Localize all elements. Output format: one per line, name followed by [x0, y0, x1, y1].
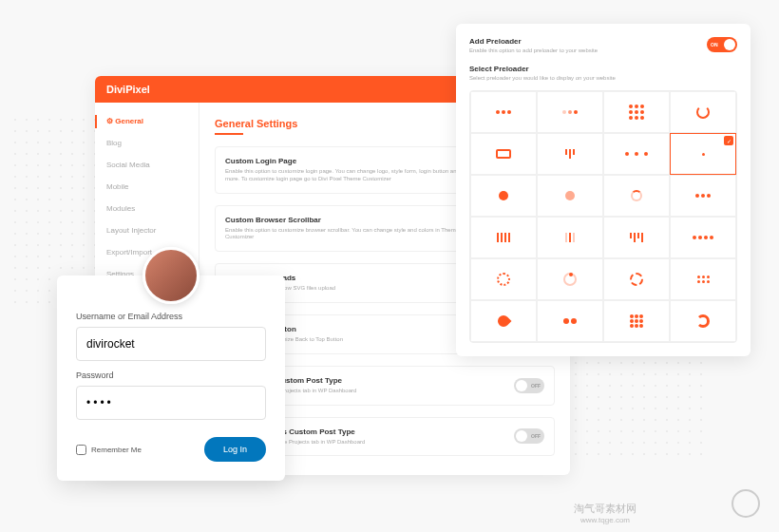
preloader-option-21[interactable] — [537, 300, 603, 342]
add-preloader-desc: Enable this option to add preloader to y… — [469, 48, 598, 53]
preloader-grid — [469, 90, 737, 343]
preloader-option-8[interactable] — [470, 175, 537, 217]
watermark: 淘气哥素材网 www.tqge.com — [574, 502, 636, 524]
preloader-panel: Add Preloader Enable this option to add … — [456, 24, 750, 356]
password-label: Password — [76, 370, 266, 380]
login-button[interactable]: Log In — [204, 437, 266, 462]
preloader-option-9[interactable] — [537, 175, 603, 217]
preloader-option-5[interactable] — [537, 133, 603, 175]
username-input[interactable] — [76, 327, 266, 361]
preloader-option-14[interactable] — [603, 217, 670, 258]
preloader-option-19[interactable] — [670, 258, 736, 300]
preloader-option-7[interactable] — [670, 133, 736, 175]
preloader-option-13[interactable] — [537, 217, 603, 258]
preloader-option-18[interactable] — [603, 258, 670, 300]
username-label: Username or Email Address — [76, 312, 266, 321]
add-preloader-title: Add Preloader — [469, 37, 598, 46]
preloader-option-3[interactable] — [670, 91, 736, 133]
preloader-option-17[interactable] — [537, 258, 603, 300]
preloader-option-0[interactable] — [470, 91, 537, 133]
remember-checkbox[interactable]: Remember Me — [76, 445, 142, 455]
preloader-option-6[interactable] — [603, 133, 670, 175]
preloader-option-12[interactable] — [470, 217, 537, 258]
preloader-option-1[interactable] — [537, 91, 603, 133]
preloader-option-23[interactable] — [670, 300, 736, 342]
avatar — [142, 247, 200, 304]
sidebar-item-social-media[interactable]: Social Media — [95, 154, 199, 176]
preloader-option-20[interactable] — [470, 300, 537, 342]
login-panel: Username or Email Address Password Remem… — [57, 276, 285, 481]
preloader-option-4[interactable] — [470, 133, 537, 175]
preloader-option-10[interactable] — [603, 175, 670, 217]
preloader-option-2[interactable] — [603, 91, 670, 133]
select-preloader-title: Select Preloader — [469, 65, 737, 73]
badge-icon — [732, 489, 760, 518]
remember-input[interactable] — [76, 445, 86, 455]
password-input[interactable] — [76, 386, 266, 420]
sidebar-item-general[interactable]: ⚙ General — [95, 110, 199, 132]
select-preloader-desc: Select preloader you would like to displ… — [469, 75, 737, 81]
preloader-option-16[interactable] — [470, 258, 537, 300]
preloader-option-11[interactable] — [670, 175, 736, 217]
preloader-option-22[interactable] — [603, 300, 670, 342]
sidebar-item-mobile[interactable]: Mobile — [95, 176, 199, 198]
preloader-option-15[interactable] — [670, 217, 736, 258]
sidebar-item-modules[interactable]: Modules — [95, 198, 199, 219]
brand-logo: DiviPixel — [106, 84, 150, 95]
toggle-rename-projects-custom-post-type[interactable]: OFF — [514, 428, 544, 444]
add-preloader-toggle[interactable]: ON — [707, 37, 737, 52]
toggle-hide-projects-custom-post-type[interactable]: OFF — [514, 378, 544, 393]
sidebar-item-layout-injector[interactable]: Layout Injector — [95, 219, 199, 241]
sidebar-item-blog[interactable]: Blog — [95, 132, 199, 154]
